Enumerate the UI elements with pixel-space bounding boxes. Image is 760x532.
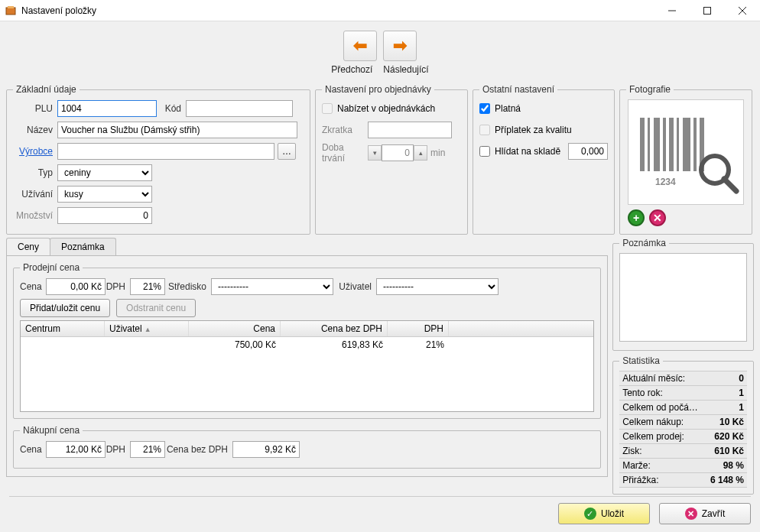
mnozstvi-label: Množství (13, 210, 57, 221)
platna-label: Platná (495, 103, 521, 114)
stats-row: Zisk:610 Kč (619, 444, 747, 459)
sell-dph-input[interactable] (130, 278, 165, 295)
buy-cena-bez-label: Cena bez DPH (165, 444, 232, 455)
gh-uzivatel[interactable]: Uživatel▲ (105, 321, 189, 336)
basic-legend: Základní údaje (13, 84, 80, 95)
hlidat-input[interactable] (568, 143, 608, 160)
typ-label: Typ (13, 167, 57, 178)
buy-cena-input[interactable] (46, 441, 106, 458)
doba-label: Doba trvání (322, 142, 368, 164)
sell-stredisko-select[interactable]: ---------- (211, 278, 333, 295)
gh-cena-bez[interactable]: Cena bez DPH (281, 321, 388, 336)
doba-input (382, 144, 414, 161)
tab-body-ceny: Prodejní cena Cena DPH Středisko -------… (6, 255, 608, 477)
gh-cena[interactable]: Cena (189, 321, 281, 336)
table-row[interactable]: 750,00 Kč 619,83 Kč 21% (21, 337, 593, 352)
buy-cena-bez-input[interactable] (232, 441, 300, 458)
add-price-button[interactable]: Přidat/uložit cenu (20, 299, 110, 317)
doba-down-button: ▾ (368, 145, 382, 161)
photo-delete-button[interactable]: ✕ (649, 209, 666, 226)
svg-rect-7 (648, 118, 650, 171)
nazev-input[interactable] (57, 122, 297, 138)
window-title: Nastavení položky (21, 5, 654, 16)
buy-cena-label: Cena (20, 444, 46, 455)
typ-select[interactable]: ceniny (57, 164, 152, 181)
sell-fieldset: Prodejní cena Cena DPH Středisko -------… (13, 262, 601, 419)
svg-rect-11 (677, 118, 679, 171)
prev-button[interactable]: ⬅ (343, 31, 377, 61)
sort-asc-icon: ▲ (145, 326, 151, 333)
price-grid[interactable]: Centrum Uživatel▲ Cena Cena bez DPH DPH … (20, 320, 594, 412)
other-fieldset: Ostatní nastavení Platná Příplatek za kv… (473, 84, 615, 235)
buy-dph-input[interactable] (130, 441, 165, 458)
close-icon: ✕ (685, 508, 697, 520)
svg-rect-8 (654, 118, 660, 171)
sell-legend: Prodejní cena (20, 262, 83, 273)
arrow-right-icon: ➡ (393, 36, 407, 56)
sell-stredisko-label: Středisko (165, 281, 211, 292)
orders-fieldset: Nastavení pro objednávky Nabízet v objed… (315, 84, 468, 235)
gh-dph[interactable]: DPH (388, 321, 449, 336)
zkratka-label: Zkratka (322, 125, 368, 135)
sell-cena-input[interactable] (46, 278, 106, 295)
note-legend: Poznámka (619, 238, 669, 248)
save-button[interactable]: ✓ Uložit (558, 503, 650, 524)
vyrobce-browse-button[interactable]: … (278, 143, 296, 160)
tab-poznamka[interactable]: Poznámka (50, 238, 116, 255)
priplatek-checkbox (479, 125, 490, 135)
plu-label: PLU (13, 103, 57, 114)
tab-ceny[interactable]: Ceny (6, 238, 50, 255)
buy-dph-label: DPH (106, 444, 130, 455)
svg-rect-9 (663, 118, 666, 171)
kod-label: Kód (157, 103, 186, 114)
zkratka-input (368, 122, 452, 138)
photo-fieldset: Fotografie 1234 + ✕ (619, 84, 752, 235)
uzivani-select[interactable]: kusy (57, 186, 152, 203)
stats-legend: Statistika (619, 355, 663, 366)
nav-toolbar: ⬅ ➡ Předchozí Následující (0, 21, 760, 81)
arrow-left-icon: ⬅ (353, 36, 367, 56)
prev-label: Předchozí (331, 64, 372, 75)
stats-table: Aktuální měsíc:0 Tento rok:1 Celkem od p… (619, 371, 747, 488)
remove-price-button: Odstranit cenu (116, 299, 196, 317)
svg-line-17 (724, 179, 736, 191)
gh-centrum[interactable]: Centrum (21, 321, 105, 336)
nabizet-label: Nabízet v objednávkách (337, 103, 435, 114)
nabizet-checkbox (322, 103, 333, 114)
photo-add-button[interactable]: + (628, 209, 645, 226)
next-button[interactable]: ➡ (383, 31, 417, 61)
svg-text:1234: 1234 (655, 177, 676, 187)
other-legend: Ostatní nastavení (479, 84, 557, 95)
hlidat-checkbox[interactable] (479, 146, 490, 157)
svg-rect-6 (640, 118, 645, 171)
stats-row: Celkem od počá…1 (619, 401, 747, 415)
stats-row: Marže:98 % (619, 459, 747, 473)
priplatek-label: Příplatek za kvalitu (495, 125, 572, 135)
plu-input[interactable] (57, 100, 157, 117)
vyrobce-link[interactable]: Výrobce (13, 146, 57, 157)
svg-rect-12 (683, 118, 690, 171)
barcode-magnify-icon: 1234 (632, 110, 739, 194)
svg-rect-13 (693, 118, 697, 171)
buy-fieldset: Nákupní cena Cena DPH Cena bez DPH (13, 425, 601, 469)
app-icon (5, 5, 17, 17)
mnozstvi-input[interactable] (57, 207, 152, 224)
minimize-button[interactable] (654, 0, 690, 21)
note-fieldset: Poznámka (612, 238, 754, 351)
close-window-button[interactable] (725, 0, 760, 21)
close-button[interactable]: ✕ Zavřít (659, 503, 751, 524)
stats-row: Celkem prodej:620 Kč (619, 430, 747, 444)
sell-uzivatel-select[interactable]: ---------- (376, 278, 499, 295)
photo-legend: Fotografie (626, 84, 674, 95)
tab-strip: Ceny Poznámka (6, 238, 608, 255)
kod-input[interactable] (186, 100, 293, 117)
platna-checkbox[interactable] (479, 103, 490, 114)
note-textarea[interactable] (619, 253, 747, 342)
svg-rect-0 (6, 8, 15, 15)
photo-placeholder: 1234 (628, 99, 744, 205)
maximize-button[interactable] (690, 0, 725, 21)
sell-cena-label: Cena (20, 281, 46, 292)
doba-up-button: ▴ (414, 145, 427, 161)
vyrobce-input[interactable] (57, 143, 274, 160)
doba-unit: min (427, 148, 450, 158)
